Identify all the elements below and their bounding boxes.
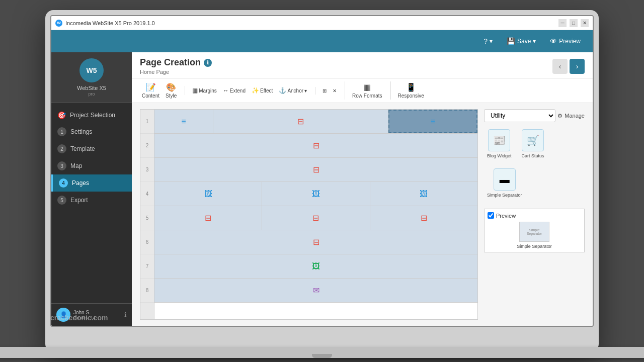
sidebar-item-settings[interactable]: 1 Settings <box>51 123 132 140</box>
preview-widget-name: Simple Separator <box>517 244 552 249</box>
separator-widget-label: Simple Separator <box>487 193 522 198</box>
effect-icon: ✨ <box>252 87 259 94</box>
sidebar-item-pages[interactable]: 4 Pages <box>51 174 132 192</box>
user-name: John S. <box>73 310 121 315</box>
close-button[interactable]: ✕ <box>581 19 589 27</box>
cart-widget-icon: 🛒 <box>522 129 544 151</box>
project-selection-icon: 🎯 <box>57 111 66 119</box>
maximize-button[interactable]: □ <box>570 19 578 27</box>
next-arrow-button[interactable]: › <box>570 59 585 74</box>
style-icon: 🎨 <box>166 82 176 92</box>
page-info-icon[interactable]: ℹ <box>204 59 212 67</box>
step-5: 5 <box>57 196 66 205</box>
content-button[interactable]: 📝 Content <box>140 81 162 100</box>
sidebar-item-template[interactable]: 2 Template <box>51 140 132 157</box>
effect-button[interactable]: ✨ Effect <box>250 86 275 95</box>
image-cell-icon-2: 🖼 <box>312 190 320 199</box>
grid-row-7[interactable]: 🖼 <box>154 254 477 279</box>
widget-item-blog[interactable]: 📰 Blog Widget <box>484 126 515 161</box>
step-1: 1 <box>57 127 66 136</box>
grid-row-1[interactable]: ≡ ⊟ ≡ <box>154 110 477 134</box>
logo-edition: pro <box>88 92 95 97</box>
row-formats-button[interactable]: ▦ Row Formats <box>350 81 384 100</box>
preview-icon: 👁 <box>550 37 557 45</box>
grid-cell-4-3[interactable]: 🖼 <box>370 182 477 206</box>
user-info-icon[interactable]: ℹ <box>124 311 127 318</box>
app-icon: W <box>55 20 62 27</box>
widget-item-cart[interactable]: 🛒 Cart Status <box>519 126 547 161</box>
grid-row-6[interactable]: ⊟ <box>154 230 477 254</box>
sidebar-item-map[interactable]: 3 Map <box>51 157 132 174</box>
widget-icon-5-2: ⊟ <box>312 213 319 223</box>
row-num-5: 5 <box>140 206 154 230</box>
widget-icon-5-3: ⊟ <box>421 213 427 223</box>
manage-icon: ⚙ <box>557 113 562 119</box>
image-cell-icon-3: 🖼 <box>420 190 428 199</box>
format-icon-2: ✕ <box>333 88 337 94</box>
sidebar-item-pages-label: Pages <box>72 179 89 187</box>
grid-row-5[interactable]: ⊟ ⊟ ⊟ <box>154 206 477 230</box>
format-btn-1[interactable]: ⊞ <box>320 87 329 95</box>
margins-icon: ▦ <box>192 87 198 94</box>
image-cell-icon-1: 🖼 <box>204 190 212 199</box>
preview-label: Preview <box>559 38 581 45</box>
widget-panel: Utility ⚙ Manage 📰 Blog Widg <box>484 109 585 320</box>
grid-cell-1-3[interactable]: ≡ <box>388 110 477 133</box>
step-4: 4 <box>59 178 68 188</box>
save-label: Save <box>517 38 531 45</box>
editor-toolbar: 📝 Content 🎨 Style ▦ Margins <box>132 78 593 103</box>
grid-cell-6-1[interactable]: ⊟ <box>154 230 477 254</box>
grid-row-4[interactable]: 🖼 🖼 🖼 <box>154 182 477 206</box>
widget-item-separator[interactable]: ▬ Simple Separator <box>484 165 525 201</box>
preview-label: Preview <box>496 213 516 219</box>
mail-icon-8: ✉ <box>313 286 319 295</box>
format-icon-1: ⊞ <box>323 88 327 94</box>
preview-button[interactable]: 👁 Preview <box>546 35 585 47</box>
format-group: ⊞ ✕ <box>315 87 339 95</box>
margins-button[interactable]: ▦ Margins <box>190 86 219 95</box>
style-button[interactable]: 🎨 Style <box>164 81 179 100</box>
widget-category-dropdown[interactable]: Utility <box>484 109 555 122</box>
grid-cell-1-1[interactable]: ≡ <box>154 110 213 133</box>
manage-button[interactable]: ⚙ Manage <box>557 113 585 119</box>
anchor-button[interactable]: ⚓ Anchor ▾ <box>277 86 309 95</box>
page-grid-panel: 1 2 3 4 5 6 7 8 <box>140 109 478 320</box>
preview-checkbox[interactable] <box>488 212 494 219</box>
grid-cell-5-3[interactable]: ⊟ <box>370 206 477 230</box>
grid-cell-8-1[interactable]: ✉ <box>154 279 477 302</box>
window-controls[interactable]: ─ □ ✕ <box>558 19 589 27</box>
user-avatar: 👤 <box>56 308 70 322</box>
grid-cell-2-1[interactable]: ⊟ <box>154 134 477 157</box>
row-num-8: 8 <box>140 279 154 303</box>
save-button[interactable]: 💾 Save ▾ <box>503 35 540 47</box>
grid-cell-5-1[interactable]: ⊟ <box>154 206 262 230</box>
extend-button[interactable]: ↔ Extend <box>221 86 248 95</box>
grid-cell-4-2[interactable]: 🖼 <box>262 182 370 206</box>
responsive-button[interactable]: 📱 Responsive <box>396 81 426 100</box>
sidebar-item-export[interactable]: 5 Export <box>51 192 132 209</box>
help-label: ▾ <box>490 38 493 45</box>
grid-cell-4-1[interactable]: 🖼 <box>154 182 262 206</box>
grid-cell-3-1[interactable]: ⊟ <box>154 158 477 182</box>
page-nav-arrows: ‹ › <box>552 59 585 74</box>
editor-area: 1 2 3 4 5 6 7 8 <box>132 103 593 326</box>
sidebar-user: 👤 John S. Credits: 14 ℹ <box>51 303 132 326</box>
page-header: Page Creation ℹ Home Page ‹ › <box>132 52 593 78</box>
grid-row-3[interactable]: ⊟ <box>154 158 477 182</box>
minimize-button[interactable]: ─ <box>558 19 567 27</box>
help-button[interactable]: ? ▾ <box>479 35 497 47</box>
grid-row-2[interactable]: ⊟ <box>154 134 477 158</box>
gallery-icon-7: 🖼 <box>312 262 320 271</box>
row-num-3: 3 <box>140 158 154 182</box>
content-icon: 📝 <box>146 82 156 92</box>
widget-icon-5-1: ⊟ <box>205 213 211 223</box>
grid-cell-7-1[interactable]: 🖼 <box>154 254 477 278</box>
sidebar-item-label: Project Selection <box>70 112 115 119</box>
grid-cell-1-2[interactable]: ⊟ <box>213 110 388 133</box>
grid-cell-5-2[interactable]: ⊟ <box>262 206 370 230</box>
content-style-group: 📝 Content 🎨 Style <box>140 81 179 100</box>
prev-arrow-button[interactable]: ‹ <box>552 59 568 74</box>
format-btn-2[interactable]: ✕ <box>331 87 339 95</box>
grid-row-8[interactable]: ✉ <box>154 279 477 303</box>
sidebar-item-project-selection[interactable]: 🎯 Project Selection <box>51 107 132 123</box>
